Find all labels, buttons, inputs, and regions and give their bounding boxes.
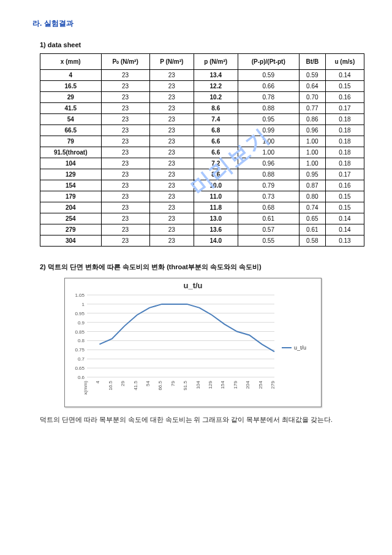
- table-cell: 1.00: [299, 158, 325, 169]
- svg-text:54: 54: [145, 380, 151, 386]
- table-cell: 23: [149, 180, 194, 191]
- table-cell: 7.2: [194, 158, 238, 169]
- table-cell: 41.5: [40, 103, 102, 114]
- table-cell: 0.73: [238, 191, 299, 202]
- table-cell: 23: [149, 70, 194, 81]
- chart-caption: 덕트의 단면에 따라 목부분의 속도에 대한 속도비는 위 그래프와 같이 목부…: [40, 416, 364, 424]
- col-header: u (m/s): [325, 54, 364, 70]
- table-cell: 0.18: [325, 125, 364, 136]
- table-cell: 0.86: [299, 114, 325, 125]
- table-cell: 0.57: [238, 224, 299, 235]
- table-row: 179232311.00.730.800.15: [40, 191, 364, 202]
- chart-title: u_t/u: [69, 281, 317, 290]
- table-cell: 23: [149, 169, 194, 180]
- table-body: 4232313.40.590.590.1416.5232312.20.660.6…: [40, 70, 364, 247]
- svg-text:66.5: 66.5: [157, 380, 163, 390]
- svg-text:4: 4: [95, 380, 100, 383]
- table-cell: 6.6: [194, 136, 238, 147]
- table-cell: 0.95: [238, 114, 299, 125]
- table-cell: 23: [101, 103, 149, 114]
- table-cell: 23: [101, 235, 149, 247]
- table-row: 154232310.00.790.870.16: [40, 180, 364, 191]
- svg-text:0.95: 0.95: [75, 311, 85, 316]
- table-cell: 0.17: [325, 103, 364, 114]
- table-cell: 66.5: [40, 125, 102, 136]
- table-cell: 0.18: [325, 158, 364, 169]
- table-cell: 11.0: [194, 191, 238, 202]
- table-cell: 23: [149, 213, 194, 224]
- table-cell: 0.64: [299, 81, 325, 92]
- col-header: p (N/m²): [194, 54, 238, 70]
- col-header: x (mm): [40, 54, 102, 70]
- table-row: 41.523238.60.880.770.17: [40, 103, 364, 114]
- table-cell: 23: [101, 191, 149, 202]
- table-cell: 23: [149, 136, 194, 147]
- table-cell: 23: [149, 191, 194, 202]
- table-cell: 29: [40, 92, 102, 103]
- table-cell: 23: [101, 92, 149, 103]
- table-cell: 79: [40, 136, 102, 147]
- svg-text:204: 204: [245, 380, 251, 389]
- table-cell: 0.18: [325, 147, 364, 158]
- table-cell: 129: [40, 169, 102, 180]
- table-cell: 0.79: [238, 180, 299, 191]
- table-cell: 0.18: [325, 114, 364, 125]
- data-table: x (mm)P₀ (N/m²)P (N/m²)p (N/m²)(P-p)/(Pt…: [40, 53, 364, 247]
- table-cell: 0.58: [299, 235, 325, 247]
- col-header: P₀ (N/m²): [101, 54, 149, 70]
- table-cell: 1.00: [238, 147, 299, 158]
- svg-text:0.75: 0.75: [75, 347, 85, 353]
- table-cell: 23: [101, 169, 149, 180]
- table-cell: 23: [149, 92, 194, 103]
- table-cell: 0.15: [325, 81, 364, 92]
- table-cell: 4: [40, 70, 102, 81]
- table-heading: 1) data sheet: [40, 41, 364, 48]
- table-cell: 0.59: [238, 70, 299, 81]
- table-row: 4232313.40.590.590.14: [40, 70, 364, 81]
- chart-container: u_t/u 0.60.650.70.750.80.850.90.9511.05x…: [64, 278, 322, 407]
- table-cell: 0.96: [238, 158, 299, 169]
- table-cell: 104: [40, 158, 102, 169]
- svg-text:41.5: 41.5: [133, 380, 138, 390]
- table-cell: 23: [149, 103, 194, 114]
- table-cell: 0.78: [238, 92, 299, 103]
- col-header: (P-p)/(Pt-pt): [238, 54, 299, 70]
- table-cell: 0.80: [299, 191, 325, 202]
- table-cell: 0.55: [238, 235, 299, 247]
- section-heading: 라. 실험결과: [32, 18, 364, 29]
- table-cell: 23: [101, 213, 149, 224]
- table-cell: 7.4: [194, 114, 238, 125]
- table-cell: 0.15: [325, 191, 364, 202]
- table-row: 29232310.20.780.700.16: [40, 92, 364, 103]
- chart-heading: 2) 덕트의 단면 변화에 따른 속도비의 변화 (throat부분의 속도와의…: [40, 262, 364, 272]
- svg-text:16.5: 16.5: [108, 380, 113, 390]
- table-cell: 0.77: [299, 103, 325, 114]
- svg-text:0.85: 0.85: [75, 329, 85, 335]
- table-cell: 0.16: [325, 180, 364, 191]
- table-row: 7923236.61.001.000.18: [40, 136, 364, 147]
- svg-text:104: 104: [195, 380, 201, 389]
- chart-plot-area: 0.60.650.70.750.80.850.90.9511.05x(mm)41…: [69, 293, 282, 403]
- table-cell: 23: [101, 147, 149, 158]
- table-cell: 13.0: [194, 213, 238, 224]
- table-cell: 23: [149, 147, 194, 158]
- svg-text:1.05: 1.05: [75, 293, 85, 298]
- table-cell: 0.59: [299, 70, 325, 81]
- table-cell: 13.6: [194, 224, 238, 235]
- svg-text:0.8: 0.8: [78, 338, 85, 343]
- table-row: 5423237.40.950.860.18: [40, 114, 364, 125]
- table-row: 16.5232312.20.660.640.15: [40, 81, 364, 92]
- table-cell: 23: [149, 81, 194, 92]
- table-cell: 0.61: [299, 224, 325, 235]
- table-cell: 6.6: [194, 147, 238, 158]
- legend-swatch: [282, 347, 292, 348]
- table-cell: 0.68: [238, 202, 299, 213]
- table-cell: 0.70: [299, 92, 325, 103]
- table-cell: 8.6: [194, 103, 238, 114]
- table-cell: 0.14: [325, 70, 364, 81]
- svg-text:279: 279: [270, 380, 276, 389]
- table-cell: 23: [149, 114, 194, 125]
- table-cell: 23: [101, 180, 149, 191]
- table-cell: 23: [101, 125, 149, 136]
- table-row: 12923238.60.880.950.17: [40, 169, 364, 180]
